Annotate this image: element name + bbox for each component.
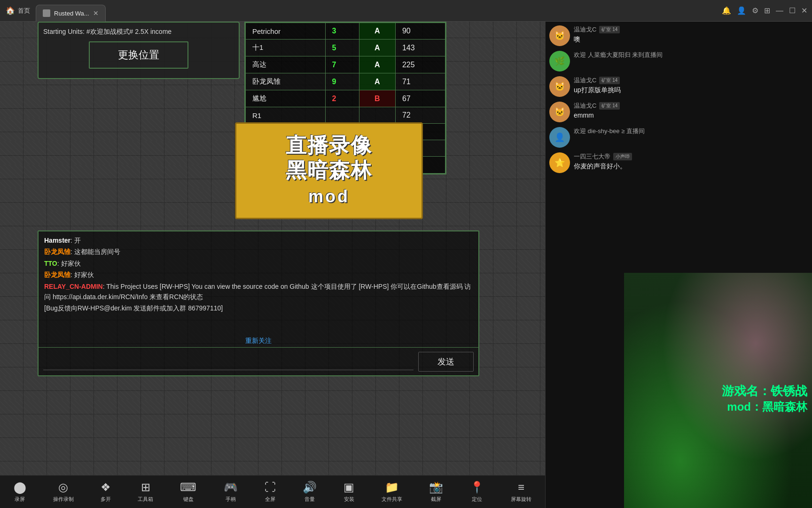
toolbar-label: 文件共享 xyxy=(382,496,402,503)
table-row: 卧龙凤雏 9 A 71 xyxy=(246,73,445,90)
toolbar-label: 定位 xyxy=(472,496,482,503)
live-msg-name: 温迪戈C 矿室 14 xyxy=(574,76,808,85)
settings-icon[interactable]: ⚙ xyxy=(752,6,758,15)
live-chat-area: 🐱 温迪戈C 矿室 14 噢 🌿 欢迎 人菜瘾大夏阳归 来到直播间 🐱 xyxy=(546,22,812,508)
overlay-line3: mod xyxy=(250,185,407,208)
live-msg-text: emmm xyxy=(574,111,808,120)
browser-controls: 🔔 👤 ⚙ ⊞ — ☐ ✕ xyxy=(722,6,807,15)
minimize-icon[interactable]: — xyxy=(776,7,783,15)
starting-units-text: Starting Units: #欢迎加战模式# 2.5X income xyxy=(43,27,234,37)
live-username: 一四三七大帝 xyxy=(574,152,610,161)
toolbar-item-全屏[interactable]: ⛶全屏 xyxy=(265,481,276,503)
toolbar-icon: ◎ xyxy=(58,481,68,494)
live-username: 温迪戈C xyxy=(574,76,596,85)
toolbar-label: 操作录制 xyxy=(53,496,74,503)
left-panel: Starting Units: #欢迎加战模式# 2.5X income 更换位… xyxy=(38,22,240,79)
overlay-banner: 直播录像 黑暗森林 mod xyxy=(235,122,423,219)
chat-username: Hamster xyxy=(44,237,70,244)
overlay-line1: 直播录像 xyxy=(250,133,407,158)
exchange-position-button[interactable]: 更换位置 xyxy=(89,41,188,69)
home-icon: 🏠 xyxy=(6,6,15,15)
maximize-icon[interactable]: ☐ xyxy=(789,6,796,15)
row-score: 71 xyxy=(395,73,445,90)
right-sidebar: 🔴 ⚙ ◨ 🐱 温迪戈C 矿室 14 噢 🌿 欢迎 人菜瘾大夏阳归 来到直播间 xyxy=(545,0,812,508)
row-score: 143 xyxy=(395,40,445,56)
live-chat-message: 🐱 温迪戈C 矿室 14 emmm xyxy=(549,102,808,122)
refresh-link[interactable]: 重新关注 xyxy=(39,335,478,347)
chat-message: TTO: 好家伙 xyxy=(44,258,473,269)
avatar: 🐱 xyxy=(549,76,570,97)
live-msg-text: 你麦的声音好小。 xyxy=(574,162,808,171)
toolbar-item-文件共享[interactable]: 📁文件共享 xyxy=(382,481,402,503)
row-score: 225 xyxy=(395,56,445,73)
toolbar-icon: ⬤ xyxy=(14,481,26,494)
chat-username: 卧龙凤雏 xyxy=(44,248,70,255)
chat-username: 卧龙凤雏 xyxy=(44,271,70,278)
user-badge: 矿室 14 xyxy=(599,77,620,84)
game-info-line2: mod：黑暗森林 xyxy=(722,399,807,414)
notification-icon[interactable]: 🔔 xyxy=(722,6,731,15)
toolbar-label: 安装 xyxy=(344,496,354,503)
toolbar-item-截屏[interactable]: 📸截屏 xyxy=(429,481,443,503)
live-msg-content: 温迪戈C 矿室 14 emmm xyxy=(574,102,808,120)
profile-icon[interactable]: 👤 xyxy=(737,6,746,15)
toolbar-item-屏幕旋转[interactable]: ≡屏幕旋转 xyxy=(511,481,531,503)
toolbar-item-音量[interactable]: 🔊音量 xyxy=(303,481,317,503)
chat-message: 卧龙凤雏: 好家伙 xyxy=(44,270,473,280)
table-row: 尴尬 2 B 67 xyxy=(246,90,445,107)
live-chat-message: 👤 欢迎 die-shy-bee ≥ 直播间 xyxy=(549,127,808,148)
chat-text: 好家伙 xyxy=(61,260,81,267)
toolbar-label: 音量 xyxy=(304,496,315,503)
game-tab[interactable]: Rusted Wa... ✕ xyxy=(36,5,106,22)
avatar: 🌿 xyxy=(549,51,570,71)
user-badge: 矿室 14 xyxy=(599,26,620,33)
bottom-toolbar: ⬤录屏◎操作录制❖多开⊞工具箱⌨键盘🎮手柄⛶全屏🔊音量▣安装📁文件共享📸截屏📍定… xyxy=(0,475,545,508)
row-score: 72 xyxy=(395,107,445,124)
live-msg-name: 欢迎 人菜瘾大夏阳归 来到直播间 xyxy=(574,51,808,59)
tab-title: Rusted Wa... xyxy=(54,10,89,17)
close-icon[interactable]: ✕ xyxy=(801,6,807,15)
home-label: 首页 xyxy=(18,7,30,15)
row-grade: A xyxy=(359,40,395,56)
chat-messages: Hamster: 开卧龙凤雏: 这都能当房间号TTO: 好家伙卧龙凤雏: 好家伙… xyxy=(39,231,478,335)
toolbar-icon: 🎮 xyxy=(224,481,238,494)
table-row: R1 72 xyxy=(246,107,445,124)
live-chat-message: ⭐ 一四三七大帝 小声哔 你麦的声音好小。 xyxy=(549,152,808,173)
live-msg-content: 温迪戈C 矿室 14 噢 xyxy=(574,25,808,44)
toolbar-item-手柄[interactable]: 🎮手柄 xyxy=(224,481,238,503)
chat-input[interactable] xyxy=(43,353,414,370)
live-username: 欢迎 人菜瘾大夏阳归 来到直播间 xyxy=(574,51,663,59)
row-num: 3 xyxy=(325,23,359,40)
toolbar-icon: 📍 xyxy=(470,481,484,494)
toolbar-item-安装[interactable]: ▣安装 xyxy=(344,481,354,503)
row-name: Petrichor xyxy=(246,23,326,40)
chat-text: This Project Uses [RW-HPS] You can view … xyxy=(44,283,471,301)
chat-text: 开 xyxy=(74,237,81,244)
toolbar-icon: ⊞ xyxy=(141,481,150,494)
toolbar-icon: ▣ xyxy=(344,481,354,494)
table-row: 十1 5 A 143 xyxy=(246,40,445,56)
chat-username: RELAY_CN-ADMIN xyxy=(44,283,103,290)
toolbar-icon: 🔊 xyxy=(303,481,317,494)
toolbar-item-操作录制[interactable]: ◎操作录制 xyxy=(53,481,74,503)
browser-bar: 🏠 首页 Rusted Wa... ✕ 🔔 👤 ⚙ ⊞ — ☐ ✕ xyxy=(0,0,812,22)
live-username: 温迪戈C xyxy=(574,102,596,110)
chat-send-button[interactable]: 发送 xyxy=(418,352,474,372)
user-badge: 矿室 14 xyxy=(599,102,620,110)
tab-close-icon[interactable]: ✕ xyxy=(93,9,99,17)
toolbar-item-多开[interactable]: ❖多开 xyxy=(101,481,111,503)
toolbar-item-录屏[interactable]: ⬤录屏 xyxy=(14,481,26,503)
table-row: Petrichor 3 A 90 xyxy=(246,23,445,40)
toolbar-item-键盘[interactable]: ⌨键盘 xyxy=(180,481,196,503)
toolbar-item-定位[interactable]: 📍定位 xyxy=(470,481,484,503)
toolbar-item-工具箱[interactable]: ⊞工具箱 xyxy=(138,481,153,503)
row-num: 5 xyxy=(325,40,359,56)
toolbar-label: 全屏 xyxy=(265,496,275,503)
toolbar-icon: ≡ xyxy=(518,481,524,494)
chat-input-row: 发送 xyxy=(39,347,478,375)
home-tab[interactable]: 🏠 首页 xyxy=(0,0,36,22)
live-chat-message: 🐱 温迪戈C 矿室 14 噢 xyxy=(549,25,808,46)
row-name: 卧龙凤雏 xyxy=(246,73,326,90)
pip-icon[interactable]: ⊞ xyxy=(764,6,770,15)
chat-text: [Bug反馈向RW-HPS@der.kim 发送邮件或加入群 867997110… xyxy=(44,304,223,312)
